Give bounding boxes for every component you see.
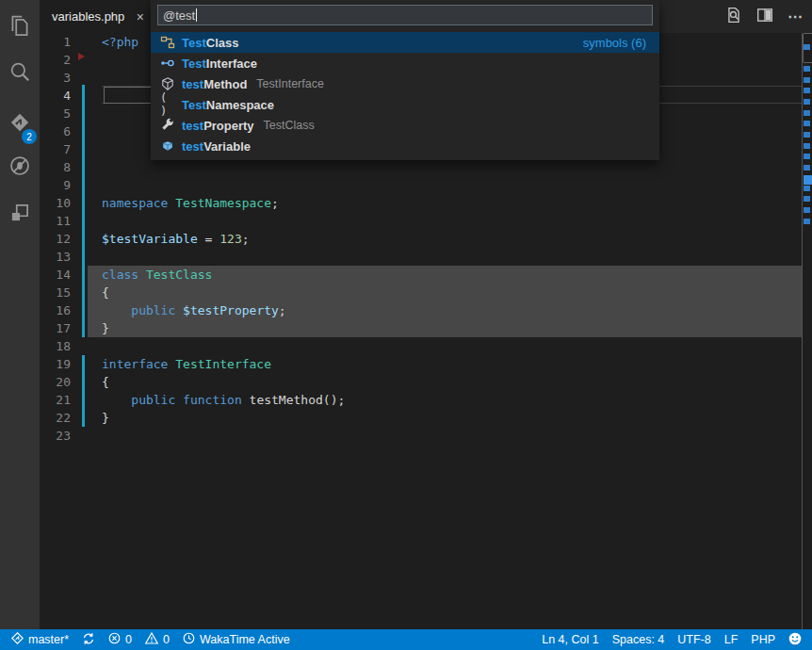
overview-modified-mark (804, 44, 810, 50)
smiley-icon (788, 632, 802, 648)
symbol-name: testVariable (182, 139, 251, 154)
tab-close-icon[interactable]: × (137, 10, 144, 24)
code-line-17[interactable]: 17} (40, 319, 797, 337)
symbols-count-badge: symbols (6) (583, 36, 650, 50)
quick-open-result-testVariable[interactable]: testVariable (151, 136, 659, 156)
overview-modified-mark (804, 175, 812, 185)
quick-open-result-TestNamespace[interactable]: ( )TestNamespace (151, 94, 659, 115)
language-mode-item[interactable]: PHP (744, 629, 782, 650)
open-preview-icon[interactable] (725, 7, 742, 27)
line-text: public $testProperty; (102, 301, 286, 319)
symbol-name: testProperty (182, 119, 254, 133)
code-line-15[interactable]: 15{ (40, 284, 797, 301)
errors-item[interactable]: 0 (102, 629, 138, 650)
sync-item[interactable] (75, 629, 102, 650)
symbol-interface-icon (160, 56, 175, 71)
git-branch-item[interactable]: master* (5, 629, 75, 650)
code-line-10[interactable]: 10namespace TestNamespace; (40, 194, 797, 212)
git-branch-icon (11, 632, 24, 647)
code-line-11[interactable]: 11 (40, 212, 797, 230)
error-icon (108, 632, 121, 647)
sync-icon (82, 632, 95, 648)
quick-open-result-TestClass[interactable]: TestClasssymbols (6) (151, 32, 659, 53)
quick-open-result-testProperty[interactable]: testPropertyTestClass (151, 115, 659, 136)
indentation-label: Spaces: 4 (612, 633, 665, 646)
language-mode-label: PHP (751, 633, 775, 646)
line-number: 17 (40, 319, 71, 337)
line-text: class TestClass (102, 266, 212, 284)
line-text: } (102, 409, 109, 427)
overview-modified-mark (804, 99, 810, 105)
symbol-name: testMethod (182, 77, 247, 91)
activity-item-debug[interactable] (0, 147, 40, 188)
code-line-14[interactable]: 14class TestClass (40, 266, 797, 284)
quick-open-result-TestInterface[interactable]: TestInterface (151, 53, 659, 73)
code-line-12[interactable]: 12$testVariable = 123; (40, 230, 797, 248)
code-line-23[interactable]: 23 (40, 427, 797, 445)
line-number: 20 (40, 373, 71, 391)
symbol-container: TestClass (264, 119, 315, 132)
activity-bar: 2 (0, 0, 40, 629)
overview-modified-mark (804, 121, 810, 126)
search-icon (8, 59, 32, 88)
line-number: 11 (40, 212, 71, 230)
line-number: 8 (40, 158, 71, 176)
indentation-item[interactable]: Spaces: 4 (606, 629, 672, 650)
vscode-window: 2 variables.php × ⋯ (0, 0, 812, 650)
code-line-22[interactable]: 22} (40, 409, 797, 427)
activity-item-explorer[interactable] (0, 8, 40, 49)
feedback-item[interactable] (782, 629, 808, 650)
status-left: master* 0 0 (0, 629, 297, 650)
code-line-13[interactable]: 13 (40, 248, 797, 266)
code-line-8[interactable]: 8 (40, 158, 797, 176)
encoding-item[interactable]: UTF-8 (671, 629, 717, 650)
overview-modified-mark (804, 88, 810, 93)
line-number: 7 (40, 140, 71, 158)
overview-modified-mark (804, 66, 810, 72)
line-number: 15 (40, 284, 71, 301)
activity-item-extensions[interactable] (0, 194, 40, 236)
split-editor-icon[interactable] (756, 7, 773, 27)
editor-actions: ⋯ (725, 0, 804, 33)
quick-open-input[interactable]: @test (157, 5, 653, 25)
clock-icon (183, 632, 195, 647)
wakatime-item[interactable]: WakaTime Active (176, 629, 297, 650)
line-text: interface TestInterface (102, 355, 271, 373)
line-number: 12 (40, 230, 71, 248)
scm-badge: 2 (22, 129, 37, 144)
code-line-21[interactable]: 21 public function testMethod(); (40, 391, 797, 409)
code-line-9[interactable]: 9 (40, 176, 797, 194)
status-bar: master* 0 0 (0, 629, 812, 650)
overview-modified-mark (804, 186, 810, 191)
code-line-18[interactable]: 18 (40, 337, 797, 355)
line-number: 13 (40, 248, 71, 266)
activity-item-search[interactable] (0, 53, 40, 94)
cursor-position-label: Ln 4, Col 1 (542, 633, 598, 646)
code-line-16[interactable]: 16 public $testProperty; (40, 301, 797, 319)
code-line-20[interactable]: 20{ (40, 373, 797, 391)
line-text: $testVariable = 123; (102, 230, 250, 248)
line-text: { (102, 373, 109, 391)
symbol-class-icon (160, 35, 175, 50)
code-line-19[interactable]: 19interface TestInterface (40, 355, 797, 373)
warnings-count: 0 (163, 633, 170, 646)
eol-item[interactable]: LF (718, 629, 745, 650)
line-number: 10 (40, 194, 71, 212)
overview-ruler-border (802, 33, 803, 629)
symbol-method-icon (160, 76, 175, 91)
activity-item-source-control[interactable]: 2 (0, 104, 40, 145)
overview-modified-mark (804, 165, 810, 171)
line-number: 18 (40, 337, 71, 355)
tab-variables-php[interactable]: variables.php × (40, 0, 153, 33)
line-number: 22 (40, 409, 71, 427)
quick-open-result-testMethod[interactable]: testMethodTestInterface (151, 73, 659, 94)
cursor-position-item[interactable]: Ln 4, Col 1 (535, 629, 605, 650)
line-number: 6 (40, 122, 71, 140)
quick-open-query: @test (163, 8, 195, 23)
warnings-item[interactable]: 0 (138, 629, 176, 650)
wakatime-label: WakaTime Active (200, 633, 290, 646)
line-number: 1 (40, 33, 71, 51)
line-number: 19 (40, 355, 71, 373)
more-actions-icon[interactable]: ⋯ (788, 8, 804, 25)
overview-modified-mark (804, 207, 810, 213)
